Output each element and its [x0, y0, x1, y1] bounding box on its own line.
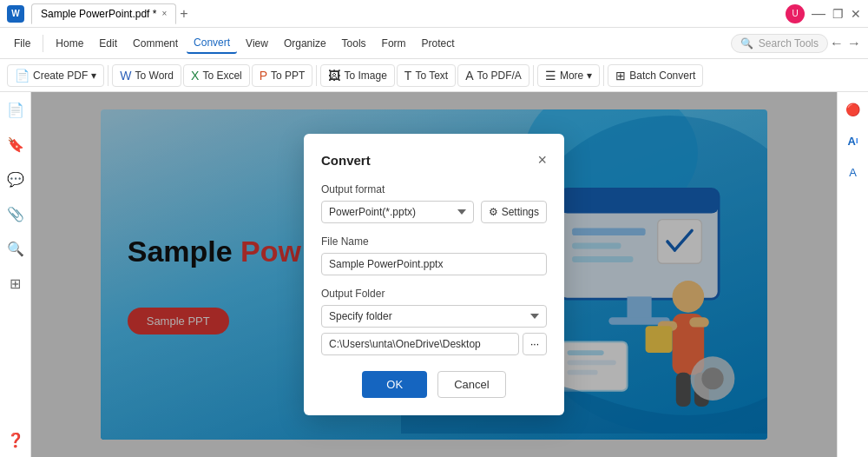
menu-file[interactable]: File — [7, 34, 37, 53]
settings-icon: ⚙ — [489, 206, 498, 218]
create-pdf-arrow: ▾ — [91, 70, 96, 82]
modal-overlay: Convert × Output format PowerPoint(*.ppt… — [31, 92, 837, 457]
file-name-input[interactable] — [321, 253, 547, 275]
search-bar[interactable]: 🔍 Search Tools — [731, 34, 828, 53]
cancel-btn[interactable]: Cancel — [437, 371, 505, 398]
title-bar-left: W Sample PowerPoint.pdf * × + — [7, 3, 188, 24]
toolbar-sep-3 — [533, 65, 534, 86]
menu-comment[interactable]: Comment — [126, 34, 185, 53]
to-ppt-icon: P — [260, 69, 267, 83]
output-format-row: PowerPoint(*.pptx) ⚙ Settings — [321, 201, 547, 223]
sidebar-icon-attachments[interactable]: 📎 — [5, 203, 26, 224]
to-ppt-label: To PPT — [271, 70, 305, 82]
create-pdf-btn[interactable]: 📄 Create PDF ▾ — [7, 64, 104, 87]
modal-close-btn[interactable]: × — [537, 151, 547, 169]
right-icon-red[interactable]: 🔴 — [843, 99, 864, 120]
folder-select[interactable]: Specify folder — [321, 305, 547, 328]
batch-convert-label: Batch Convert — [629, 70, 695, 82]
modal-title: Convert — [321, 153, 371, 168]
menu-divider — [43, 35, 43, 52]
toolbar-sep-1 — [108, 65, 108, 86]
sidebar-icon-layers[interactable]: ⊞ — [5, 273, 26, 294]
window-controls: U — ❐ ✕ — [786, 4, 861, 23]
user-avatar[interactable]: U — [786, 4, 805, 23]
search-icon: 🔍 — [740, 37, 753, 50]
menu-bar: File Home Edit Comment Convert View Orga… — [0, 28, 868, 59]
new-tab-btn[interactable]: + — [180, 6, 187, 22]
create-pdf-icon: 📄 — [15, 69, 30, 83]
to-word-label: To Word — [135, 70, 174, 82]
menu-tools[interactable]: Tools — [335, 34, 373, 53]
to-excel-icon: X — [191, 69, 199, 83]
nav-back-btn[interactable]: ← — [830, 36, 844, 51]
right-icon-doc[interactable]: A — [843, 162, 864, 182]
settings-label: Settings — [502, 206, 539, 218]
search-placeholder: Search Tools — [759, 37, 819, 50]
main-area: 📄 🔖 💬 📎 🔍 ⊞ ❓ Sample Pow Sample PPT — [0, 92, 868, 457]
close-btn[interactable]: ✕ — [851, 7, 861, 21]
ok-btn[interactable]: OK — [362, 371, 427, 398]
menu-edit[interactable]: Edit — [92, 34, 124, 53]
output-folder-label: Output Folder — [321, 288, 547, 300]
maximize-btn[interactable]: ❐ — [832, 7, 844, 21]
nav-buttons: ← → — [830, 36, 861, 51]
sidebar-icon-search[interactable]: 🔍 — [5, 238, 26, 259]
batch-convert-icon: ⊞ — [615, 69, 626, 83]
batch-convert-btn[interactable]: ⊞ Batch Convert — [608, 64, 703, 87]
more-arrow: ▾ — [587, 70, 592, 82]
to-word-icon: W — [120, 69, 131, 83]
minimize-btn[interactable]: — — [812, 6, 825, 22]
to-image-icon: 🖼 — [328, 69, 340, 83]
menu-form[interactable]: Form — [375, 34, 413, 53]
more-btn[interactable]: ☰ More ▾ — [537, 64, 600, 87]
to-text-btn[interactable]: T To Text — [397, 64, 456, 87]
settings-btn[interactable]: ⚙ Settings — [481, 201, 547, 223]
output-folder-section: Output Folder Specify folder ··· — [321, 288, 547, 355]
menu-convert[interactable]: Convert — [187, 33, 237, 54]
toolbar-sep-2 — [316, 65, 317, 86]
app-icon: W — [7, 5, 24, 23]
tab-label: Sample PowerPoint.pdf * — [41, 8, 156, 20]
sidebar-icon-pages[interactable]: 📄 — [5, 99, 26, 120]
folder-path-input[interactable] — [321, 333, 519, 355]
sidebar-icon-bookmarks[interactable]: 🔖 — [5, 134, 26, 155]
menu-organize[interactable]: Organize — [277, 34, 333, 53]
to-text-label: To Text — [415, 70, 448, 82]
menu-protect[interactable]: Protect — [415, 34, 462, 53]
nav-forward-btn[interactable]: → — [847, 36, 861, 51]
output-format-label: Output format — [321, 183, 547, 195]
right-icon-ai[interactable]: AI — [843, 130, 864, 151]
toolbar: 📄 Create PDF ▾ W To Word X To Excel P To… — [0, 59, 868, 92]
to-excel-label: To Excel — [202, 70, 241, 82]
to-pdfa-btn[interactable]: A To PDF/A — [457, 64, 529, 87]
to-text-icon: T — [404, 69, 412, 83]
more-icon: ☰ — [545, 69, 556, 83]
to-excel-btn[interactable]: X To Excel — [183, 64, 250, 87]
to-image-btn[interactable]: 🖼 To Image — [320, 64, 394, 87]
more-label: More — [560, 70, 583, 82]
folder-path-row: ··· — [321, 333, 547, 355]
folder-select-row: Specify folder — [321, 305, 547, 328]
create-pdf-label: Create PDF — [33, 70, 88, 82]
doc-area: Sample Pow Sample PPT — [31, 92, 837, 457]
to-word-btn[interactable]: W To Word — [112, 64, 181, 87]
left-sidebar: 📄 🔖 💬 📎 🔍 ⊞ ❓ — [0, 92, 31, 457]
output-format-select[interactable]: PowerPoint(*.pptx) — [321, 201, 474, 223]
sidebar-icon-help[interactable]: ❓ — [5, 429, 26, 450]
active-tab[interactable]: Sample PowerPoint.pdf * × — [31, 3, 176, 24]
title-bar: W Sample PowerPoint.pdf * × + U — ❐ ✕ — [0, 0, 868, 28]
sidebar-icon-comments[interactable]: 💬 — [5, 169, 26, 189]
user-initial: U — [792, 9, 798, 18]
menu-home[interactable]: Home — [49, 34, 90, 53]
modal-header: Convert × — [321, 151, 547, 169]
right-sidebar: 🔴 AI A — [837, 92, 868, 457]
convert-modal: Convert × Output format PowerPoint(*.ppt… — [304, 134, 564, 415]
to-pdfa-label: To PDF/A — [477, 70, 522, 82]
menu-view[interactable]: View — [239, 34, 275, 53]
tab-close-btn[interactable]: × — [161, 9, 167, 18]
output-format-section: Output format PowerPoint(*.pptx) ⚙ Setti… — [321, 183, 547, 223]
modal-footer: OK Cancel — [321, 371, 547, 398]
browse-btn[interactable]: ··· — [523, 333, 547, 355]
to-image-label: To Image — [344, 70, 386, 82]
to-ppt-btn[interactable]: P To PPT — [252, 64, 313, 87]
